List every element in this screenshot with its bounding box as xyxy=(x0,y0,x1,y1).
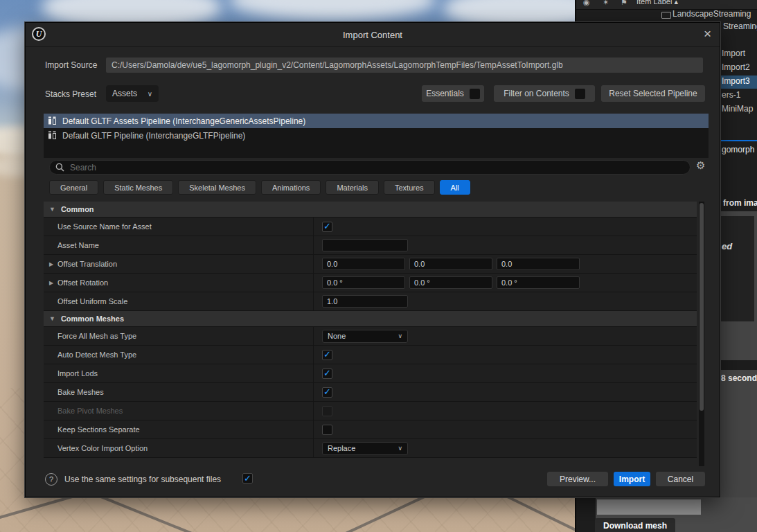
property-label: Keep Sections Separate xyxy=(44,420,314,438)
import-content-dialog: U Import Content × Import Source C:/User… xyxy=(25,22,720,497)
category-tabs: General Static Meshes Skeletal Meshes An… xyxy=(49,180,470,195)
force-all-mesh-as-type-dropdown[interactable]: None∨ xyxy=(322,330,408,343)
star-icon[interactable]: ✶ xyxy=(603,0,609,7)
essentials-checkbox[interactable] xyxy=(470,89,480,99)
close-icon[interactable]: × xyxy=(704,26,711,42)
visibility-icon[interactable]: ◉ xyxy=(583,0,590,7)
offset-uniform-scale-input[interactable]: 1.0 xyxy=(322,295,408,308)
outliner-row[interactable]: Import2 xyxy=(722,62,750,72)
tab-static-meshes[interactable]: Static Meshes xyxy=(103,180,173,195)
chevron-down-icon: ∨ xyxy=(398,445,402,452)
import-button[interactable]: Import xyxy=(614,472,650,486)
scrollbar-thumb[interactable] xyxy=(700,203,704,411)
offset-rotation-y[interactable]: 0.0 ° xyxy=(409,276,492,289)
use-source-name-checkbox[interactable]: ✓ xyxy=(322,222,332,232)
thumbnail-text-fragment: ed xyxy=(722,241,732,251)
reset-selected-pipeline-button[interactable]: Reset Selected Pipeline xyxy=(601,85,705,102)
offset-rotation-x[interactable]: 0.0 ° xyxy=(322,276,405,289)
subsequent-files-checkbox[interactable]: ✓ xyxy=(242,473,253,484)
tab-skeletal-meshes[interactable]: Skeletal Meshes xyxy=(178,180,256,195)
stacks-preset-dropdown[interactable]: Assets ∨ xyxy=(106,85,159,102)
section-header-common-meshes[interactable]: ▼ Common Meshes xyxy=(44,311,697,327)
tab-materials[interactable]: Materials xyxy=(326,180,379,195)
item-label-column-header[interactable]: Item Label ▴ xyxy=(636,0,678,6)
help-icon[interactable]: ? xyxy=(45,473,57,486)
preview-button[interactable]: Preview... xyxy=(547,472,608,486)
cancel-button[interactable]: Cancel xyxy=(656,472,705,486)
properties-panel: ▼ Common Use Source Name for Asset ✓ Ass… xyxy=(44,202,697,458)
bake-meshes-checkbox[interactable]: ✓ xyxy=(322,387,332,398)
filter-on-contents-label: Filter on Contents xyxy=(504,89,569,98)
tab-all[interactable]: All xyxy=(440,180,470,195)
pipeline-row[interactable]: Default GLTF Pipeline (InterchangeGLTFPi… xyxy=(44,128,709,143)
details-title-fragment: gomorph xyxy=(722,145,754,154)
asset-thumbnail xyxy=(720,216,754,321)
property-row: Force All Mesh as Type None∨ xyxy=(44,327,697,346)
filter-on-contents-checkbox[interactable] xyxy=(575,89,585,99)
subsequent-files-label: Use the same settings for subsequent fil… xyxy=(64,475,221,484)
search-input[interactable] xyxy=(69,162,660,173)
property-row: ▶ Offset Rotation 0.0 ° 0.0 ° 0.0 ° xyxy=(44,274,697,292)
essentials-label: Essentials xyxy=(426,89,464,98)
search-bar[interactable] xyxy=(49,160,691,175)
vertex-color-import-option-dropdown[interactable]: Replace∨ xyxy=(322,442,408,455)
outliner-row[interactable]: ers-1 xyxy=(722,90,740,100)
tab-general[interactable]: General xyxy=(49,180,98,195)
outliner-header: ◉ ✶ ⚑ Item Label ▴ xyxy=(576,0,757,10)
progress-bar xyxy=(597,499,701,515)
property-row: Offset Uniform Scale 1.0 xyxy=(44,292,697,311)
property-row: Vertex Color Import Option Replace∨ xyxy=(44,439,697,458)
reset-selected-pipeline-label: Reset Selected Pipeline xyxy=(609,89,697,98)
search-icon xyxy=(55,163,64,172)
caret-down-icon: ▼ xyxy=(49,315,55,322)
offset-translation-x[interactable]: 0.0 xyxy=(322,258,405,270)
cloud xyxy=(229,0,436,21)
asset-name-input[interactable] xyxy=(322,239,408,251)
outliner-row[interactable]: Streaming xyxy=(723,21,757,31)
import-lods-checkbox[interactable]: ✓ xyxy=(322,369,332,379)
pipeline-row-selected[interactable]: Default GLTF Assets Pipeline (Interchang… xyxy=(44,114,709,128)
tab-textures[interactable]: Textures xyxy=(384,180,435,195)
outliner-row[interactable]: Import xyxy=(722,48,745,58)
details-tab-underline xyxy=(719,140,757,141)
details-divider-band xyxy=(719,360,757,370)
auto-detect-mesh-type-checkbox[interactable]: ✓ xyxy=(322,350,332,360)
dialog-titlebar[interactable]: U Import Content × xyxy=(26,23,720,47)
landscape-icon xyxy=(661,12,671,19)
dialog-title: Import Content xyxy=(26,23,720,46)
offset-translation-z[interactable]: 0.0 xyxy=(497,258,580,270)
stacks-preset-value: Assets xyxy=(112,89,137,98)
pin-icon[interactable]: ⚑ xyxy=(621,0,627,7)
details-caption-fragment: from ima xyxy=(723,198,757,208)
pipeline-icon xyxy=(48,131,57,140)
property-row: Keep Sections Separate ✓ xyxy=(44,420,697,439)
outliner-row[interactable]: MiniMap xyxy=(722,104,753,114)
offset-rotation-z[interactable]: 0.0 ° xyxy=(497,276,580,289)
pipeline-row-label: Default GLTF Pipeline (InterchangeGLTFPi… xyxy=(62,131,245,141)
caret-right-icon[interactable]: ▶ xyxy=(49,280,53,286)
keep-sections-separate-checkbox[interactable]: ✓ xyxy=(322,425,332,435)
chevron-down-icon: ∨ xyxy=(148,90,152,98)
outliner-row-selected[interactable]: Import3 xyxy=(722,76,750,86)
caret-down-icon: ▼ xyxy=(49,206,55,213)
filter-on-contents-toggle[interactable]: Filter on Contents xyxy=(494,85,595,102)
bake-pivot-meshes-checkbox: ✓ xyxy=(322,406,332,416)
properties-scrollbar[interactable] xyxy=(699,202,704,466)
download-mesh-button[interactable]: Download mesh xyxy=(595,518,675,532)
import-source-field[interactable]: C:/Users/Damola/dev/ue5_lagomorph_plugin… xyxy=(106,57,703,73)
gear-icon[interactable]: ⚙ xyxy=(696,159,705,172)
property-label: ▶ Offset Translation xyxy=(44,255,314,273)
property-label: ▶ Offset Rotation xyxy=(44,274,314,292)
tab-animations[interactable]: Animations xyxy=(261,180,321,195)
outliner-row[interactable]: LandscapeStreaming xyxy=(673,9,751,19)
essentials-toggle[interactable]: Essentials xyxy=(422,85,484,102)
section-header-common[interactable]: ▼ Common xyxy=(44,202,697,218)
pipeline-icon xyxy=(48,116,57,125)
property-row: Bake Meshes ✓ xyxy=(44,383,697,402)
offset-translation-y[interactable]: 0.0 xyxy=(409,258,492,270)
caret-right-icon[interactable]: ▶ xyxy=(49,261,53,267)
property-row: Auto Detect Mesh Type ✓ xyxy=(44,346,697,364)
property-label: Use Source Name for Asset xyxy=(44,218,314,236)
property-label-disabled: Bake Pivot Meshes xyxy=(44,402,314,420)
section-title: Common xyxy=(61,205,94,213)
